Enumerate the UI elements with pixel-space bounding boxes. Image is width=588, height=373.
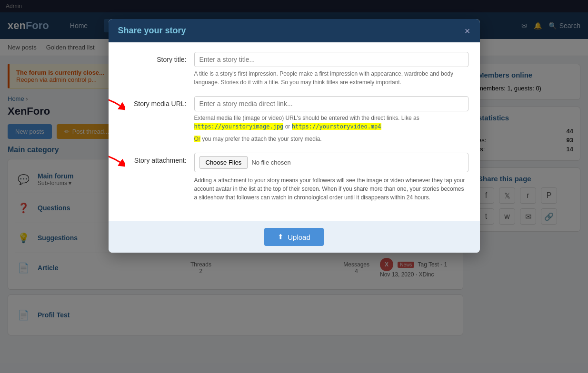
media-or: or — [285, 123, 290, 130]
modal-body: Story title: A title is a story's first … — [109, 42, 480, 221]
story-attachment-row: Story attachment: Choose Files No file c… — [120, 153, 468, 202]
upload-icon: ⬆ — [278, 233, 284, 241]
modal-title: Share your story — [118, 26, 186, 36]
arrow-media — [109, 91, 125, 120]
modal-header: Share your story × — [109, 19, 480, 42]
choose-files-button[interactable]: Choose Files — [199, 156, 248, 169]
upload-button[interactable]: ⬆ Upload — [264, 228, 324, 246]
no-file-text: No file chosen — [251, 159, 290, 166]
media-hint-text1: External media file (image or video) URL… — [194, 115, 419, 121]
upload-label: Upload — [288, 233, 310, 241]
media-url2: https://yourstoryvideo.mp4 — [292, 123, 381, 130]
modal-close-button[interactable]: × — [465, 26, 470, 36]
share-story-modal: Share your story × Story title: A title … — [109, 19, 480, 253]
story-media-wrap: External media file (image or video) URL… — [194, 96, 468, 143]
story-title-row: Story title: A title is a story's first … — [120, 52, 468, 87]
story-media-hint: External media file (image or video) URL… — [194, 114, 468, 131]
story-title-hint: A title is a story's first impression. P… — [194, 69, 468, 87]
story-title-input[interactable] — [194, 52, 468, 67]
media-url1: https://yourstoryimage.jpg — [194, 123, 284, 130]
file-input-row: Choose Files No file chosen — [194, 153, 468, 172]
attachment-hint: Adding a attachment to your story means … — [194, 176, 468, 202]
arrow-attachment — [109, 150, 125, 174]
modal-footer: ⬆ Upload — [109, 221, 480, 253]
modal-overlay: Share your story × Story title: A title … — [0, 0, 588, 348]
story-media-input[interactable] — [194, 96, 468, 111]
story-media-row: Story media URL: External media file (im… — [120, 96, 468, 143]
story-title-label: Story title: — [120, 52, 187, 63]
story-title-wrap: A title is a story's first impression. P… — [194, 52, 468, 87]
story-attachment-wrap: Choose Files No file chosen Adding a att… — [194, 153, 468, 202]
story-attachment-label: Story attachment: — [120, 153, 187, 164]
media-hint2: Or you may prefer the attach the your st… — [194, 135, 468, 143]
story-media-label: Story media URL: — [120, 96, 187, 108]
